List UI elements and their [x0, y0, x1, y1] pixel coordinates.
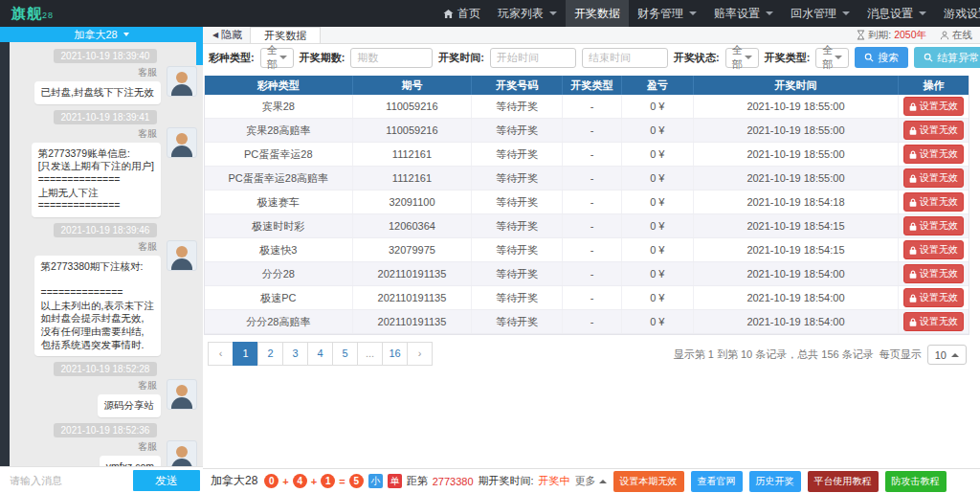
cell-draw-time: 2021-10-19 18:54:18 [694, 190, 899, 213]
period-input[interactable] [350, 48, 433, 68]
nav-item-draw-data[interactable]: 开奖数据 [566, 0, 629, 27]
nav-label: 财务管理 [637, 6, 683, 22]
set-invalid-button[interactable]: 设置无效 [903, 192, 964, 212]
person-icon [940, 31, 949, 40]
lock-icon [909, 126, 917, 135]
table-row: PC蛋蛋幸运28 1112161 等待开奖 - 0 ¥ 2021-10-19 1… [205, 143, 969, 167]
pagination-summary: 显示第 1 到第 10 条记录，总共 156 条记录 每页显示 10 [674, 345, 967, 365]
draw-status-select[interactable]: 全部 [725, 48, 759, 68]
chat-timestamp: 2021-10-19 18:39:46 [54, 223, 158, 237]
cell-profit: 0 ¥ [622, 310, 694, 333]
cell-draw-time: 2021-10-19 18:54:15 [694, 238, 899, 261]
lottery-type-select[interactable]: 全部 [260, 48, 294, 68]
chevron-down-icon [842, 11, 850, 15]
page-size-select[interactable]: 10 [927, 345, 967, 365]
chevron-up-icon [599, 480, 607, 483]
chat-group: 2021-10-19 18:39:41 客服 第2773379账单信息: [只发… [13, 110, 197, 217]
nav-item-messages[interactable]: 消息设置 [858, 0, 935, 27]
nav-item-players[interactable]: 玩家列表 [489, 0, 566, 27]
view-official-site-button[interactable]: 查看官网 [691, 471, 743, 492]
lock-icon [909, 198, 917, 207]
page-button-4[interactable]: 4 [307, 342, 333, 366]
collapse-left-icon: ◀ [212, 31, 218, 39]
lock-icon [909, 318, 917, 326]
nav-item-home[interactable]: 首页 [434, 0, 489, 27]
more-toggle[interactable]: 更多 [575, 474, 607, 488]
page-button-2[interactable]: 2 [257, 342, 283, 366]
page-size-value: 10 [935, 349, 947, 361]
search-icon [864, 53, 874, 62]
history-draws-button[interactable]: 历史开奖 [749, 471, 801, 492]
chevron-down-icon [549, 11, 557, 15]
chat-message-input[interactable] [0, 467, 126, 493]
chat-message: 客服 已封盘,封盘线下下注无效 [13, 66, 197, 104]
avatar-body [171, 146, 192, 158]
chat-group: 2021-10-19 18:39:40 客服 已封盘,封盘线下下注无效 [13, 49, 197, 104]
page-button-1[interactable]: 1 [233, 342, 258, 366]
avatar-head [176, 446, 188, 458]
draw-type-select[interactable]: 全部 [815, 48, 849, 68]
next-page-button[interactable]: › [407, 342, 433, 366]
cell-lottery-type: PC蛋蛋幸运28高赔率 [205, 167, 353, 190]
hide-label: 隐藏 [221, 28, 242, 42]
top-navbar: 旗舰28 首页 玩家列表 开奖数据 财务管理 赔率设置 回水管理 消息设置 游戏… [0, 0, 980, 27]
set-invalid-button[interactable]: 设置无效 [903, 312, 964, 331]
chat-sender-label: 客服 [138, 240, 157, 254]
platform-tutorial-button[interactable]: 平台使用教程 [808, 471, 879, 492]
chat-group: 2021-10-19 18:39:46 客服 第2773380期下注核对: ==… [13, 223, 197, 356]
chat-timestamp: 2021-10-19 18:52:28 [54, 362, 158, 376]
period-number: 2773380 [433, 476, 474, 487]
set-invalid-button[interactable]: 设置无效 [903, 264, 964, 283]
nav-item-finance[interactable]: 财务管理 [629, 0, 705, 27]
set-invalid-label: 设置无效 [920, 147, 958, 161]
expire-label: 到期: [868, 29, 891, 42]
send-button[interactable]: 发送 [133, 470, 200, 491]
set-invalid-button[interactable]: 设置无效 [903, 216, 964, 235]
avatar-body [171, 258, 192, 271]
chat-game-selector[interactable]: 加拿大28 [0, 27, 203, 42]
cell-profit: 0 ¥ [622, 119, 694, 142]
set-current-invalid-button[interactable]: 设置本期无效 [613, 471, 684, 492]
avatar-body [171, 397, 192, 410]
anti-attack-tutorial-button[interactable]: 防攻击教程 [885, 471, 947, 492]
lock-icon [909, 150, 917, 159]
avatar [167, 66, 197, 97]
nav-item-game-settings[interactable]: 游戏设置 [935, 0, 980, 27]
col-header-draw-code: 开奖号码 [472, 76, 563, 95]
cell-profit: 0 ¥ [622, 143, 694, 166]
set-invalid-button[interactable]: 设置无效 [903, 240, 964, 259]
selected-value: 全部 [267, 43, 278, 72]
cell-draw-type: - [563, 286, 622, 309]
online-status[interactable]: 在线 [940, 29, 972, 42]
set-invalid-button[interactable]: 设置无效 [903, 97, 964, 116]
chat-message-list[interactable]: 2021-10-19 18:39:40 客服 已封盘,封盘线下下注无效 [10, 42, 203, 466]
start-time-input[interactable] [490, 48, 576, 68]
set-invalid-label: 设置无效 [920, 267, 958, 280]
cell-profit: 0 ¥ [622, 214, 694, 237]
nav-item-rebate[interactable]: 回水管理 [782, 0, 858, 27]
tab-draw-data[interactable]: 开奖数据 [250, 27, 321, 43]
chat-message: 客服 源码分享站 [13, 379, 197, 417]
chat-bubble: 源码分享站 [98, 394, 162, 417]
page-button-3[interactable]: 3 [282, 342, 308, 366]
draw-status-text: 开奖中 [539, 474, 570, 488]
settlement-error-button[interactable]: 结算异常 [914, 47, 980, 68]
set-invalid-button[interactable]: 设置无效 [903, 121, 964, 140]
avatar-body [171, 84, 192, 97]
prev-page-button[interactable]: ‹ [208, 342, 234, 366]
search-button[interactable]: 搜索 [855, 47, 908, 68]
set-invalid-button[interactable]: 设置无效 [903, 168, 964, 188]
cell-draw-code: 等待开奖 [472, 286, 563, 309]
selected-value: 全部 [732, 43, 743, 72]
nav-item-odds[interactable]: 赔率设置 [705, 0, 782, 27]
hide-panel-button[interactable]: ◀ 隐藏 [203, 27, 250, 43]
set-invalid-button[interactable]: 设置无效 [903, 288, 964, 307]
page-button-16[interactable]: 16 [382, 342, 408, 366]
set-invalid-button[interactable]: 设置无效 [903, 145, 964, 164]
lock-icon [909, 102, 917, 111]
brand-logo[interactable]: 旗舰28 [11, 5, 54, 23]
settle-label: 结算异常 [937, 51, 979, 65]
chevron-down-icon [689, 11, 697, 15]
end-time-input[interactable] [582, 48, 668, 68]
page-button-5[interactable]: 5 [332, 342, 358, 366]
